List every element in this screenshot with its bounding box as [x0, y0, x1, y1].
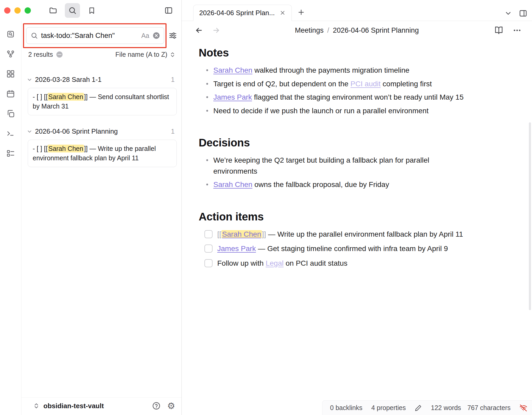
- sync-status-button[interactable]: [519, 404, 527, 412]
- help-icon: [152, 402, 161, 410]
- internal-link[interactable]: Sarah Chen: [213, 66, 252, 74]
- scrollbar[interactable]: [529, 122, 531, 310]
- calendar-icon: [6, 89, 15, 98]
- bookmarks-button[interactable]: [84, 3, 99, 18]
- clear-circle-icon: [152, 32, 160, 39]
- task-checkbox[interactable]: [204, 259, 213, 267]
- internal-link[interactable]: Sarah Chen: [213, 180, 252, 189]
- files-button[interactable]: [45, 3, 61, 18]
- chevron-down-icon: [27, 77, 32, 83]
- item-text: flagged that the staging environment won…: [252, 93, 464, 101]
- task-item: James Park — Get staging timeline confir…: [204, 243, 516, 254]
- reading-mode-button[interactable]: [494, 26, 503, 35]
- daily-note-button[interactable]: [5, 88, 16, 99]
- result-file-name: 2026-04-06 Sprint Planning: [35, 127, 168, 135]
- workspace-button[interactable]: [5, 148, 16, 158]
- breadcrumb: Meetings / 2026-04-06 Sprint Planning: [295, 26, 419, 35]
- plus-icon: [297, 8, 305, 16]
- left-titlebar: [0, 0, 181, 21]
- note-body: Notes Sarah Chen walked through the paym…: [182, 40, 532, 415]
- templates-button[interactable]: [5, 108, 16, 119]
- close-window-button[interactable]: [4, 7, 10, 14]
- action-items-list: [[Sarah Chen]] — Write up the parallel e…: [199, 229, 516, 269]
- sort-order-button[interactable]: File name (A to Z): [115, 51, 176, 58]
- graph-view-button[interactable]: [5, 49, 16, 59]
- section-heading-action-items: Action items: [199, 211, 516, 223]
- canvas-button[interactable]: [5, 69, 16, 79]
- view-header: Meetings / 2026-04-06 Sprint Planning: [182, 21, 532, 40]
- chevron-down-icon: [504, 9, 512, 17]
- more-options-button[interactable]: [513, 26, 522, 35]
- navigate-back-button[interactable]: [195, 26, 203, 35]
- item-text: — Write up the parallel environment fall…: [266, 230, 463, 238]
- vault-switcher[interactable]: obsidian-test-vault ⚙: [21, 397, 181, 415]
- word-count: 122 words: [431, 404, 461, 412]
- result-group-header[interactable]: 2026-04-06 Sprint Planning 1: [21, 125, 181, 138]
- wifi-off-icon: [519, 404, 527, 412]
- search-input[interactable]: [41, 32, 138, 40]
- internal-link[interactable]: James Park: [213, 93, 252, 101]
- search-icon: [31, 32, 38, 39]
- more-horizontal-icon: [513, 26, 522, 35]
- wikilink-brackets: ]]: [262, 230, 266, 238]
- breadcrumb-parent[interactable]: Meetings: [295, 26, 324, 35]
- sliders-icon: [169, 31, 177, 40]
- task-checkbox[interactable]: [204, 245, 213, 253]
- arrow-right-icon: [212, 26, 220, 35]
- main-pane: 2026-04-06 Sprint Plan...: [182, 0, 532, 415]
- task-item: Follow up with Legal on PCI audit status: [204, 258, 516, 269]
- search-icon: [68, 6, 77, 15]
- zoom-window-button[interactable]: [25, 7, 31, 14]
- results-count: 2 results: [28, 51, 53, 58]
- search-result-item[interactable]: - [ ] [[Sarah Chen]] — Send consultant s…: [28, 88, 177, 115]
- search-settings-button[interactable]: [167, 30, 179, 42]
- properties-count[interactable]: 4 properties: [371, 404, 406, 412]
- panel-left-icon: [164, 6, 173, 15]
- internal-link-highlighted[interactable]: Sarah Chen: [221, 230, 262, 238]
- clear-search-button[interactable]: [152, 32, 160, 39]
- left-body: Aa 2 results: [0, 21, 181, 415]
- status-bar: 0 backlinks 4 properties 122 words 767 c…: [322, 400, 532, 415]
- right-sidebar-toggle-button[interactable]: [519, 9, 527, 18]
- tab-active[interactable]: 2026-04-06 Sprint Plan...: [193, 5, 292, 21]
- search-pane: Aa 2 results: [21, 21, 181, 415]
- help-button[interactable]: [152, 402, 161, 410]
- settings-button[interactable]: ⚙: [167, 401, 175, 410]
- gear-icon: ⚙: [167, 401, 175, 411]
- list-item: Target is end of Q2, but dependent on th…: [205, 78, 509, 89]
- internal-link-unresolved[interactable]: Legal: [266, 259, 284, 267]
- section-heading-decisions: Decisions: [199, 137, 516, 149]
- search-result-item[interactable]: - [ ] [[Sarah Chen]] — Write up the para…: [28, 140, 177, 167]
- match-pre: - [ ] [[: [33, 93, 48, 100]
- breadcrumb-current[interactable]: 2026-04-06 Sprint Planning: [333, 26, 419, 35]
- window-controls: [4, 7, 31, 14]
- backlinks-count[interactable]: 0 backlinks: [330, 404, 363, 412]
- minimize-window-button[interactable]: [14, 7, 21, 14]
- layout-list-icon: [6, 149, 15, 158]
- internal-link[interactable]: James Park: [217, 245, 256, 253]
- close-tab-button[interactable]: [279, 10, 286, 16]
- item-text: We’re keeping the Q2 target but building…: [213, 156, 429, 164]
- search-tab-button[interactable]: [65, 3, 80, 18]
- results-meta: 2 results File name (A to Z): [28, 51, 176, 58]
- section-heading-notes: Notes: [199, 47, 516, 59]
- result-file-name: 2026-03-28 Sarah 1-1: [35, 76, 168, 84]
- match-case-toggle[interactable]: Aa: [141, 32, 149, 39]
- terminal-button[interactable]: [5, 128, 16, 139]
- result-group-header[interactable]: 2026-03-28 Sarah 1-1 1: [21, 73, 181, 86]
- list-item: James Park flagged that the staging envi…: [205, 92, 509, 103]
- new-tab-button[interactable]: [294, 5, 308, 20]
- vault-name: obsidian-test-vault: [43, 402, 145, 410]
- results-info-button[interactable]: [56, 51, 63, 58]
- sort-label: File name (A to Z): [115, 51, 167, 58]
- left-sidebar-toggle-button[interactable]: [161, 3, 176, 18]
- internal-link-unresolved[interactable]: PCI audit: [351, 80, 381, 88]
- tab-list-button[interactable]: [504, 9, 512, 17]
- list-item: Need to decide if we push the launch or …: [205, 105, 509, 116]
- quick-switcher-button[interactable]: [5, 29, 16, 39]
- folder-icon: [49, 6, 57, 15]
- wikilink-brackets: [[: [217, 230, 221, 238]
- navigate-forward-button[interactable]: [212, 26, 220, 35]
- task-checkbox[interactable]: [204, 230, 213, 238]
- edit-toggle-button[interactable]: [415, 404, 422, 412]
